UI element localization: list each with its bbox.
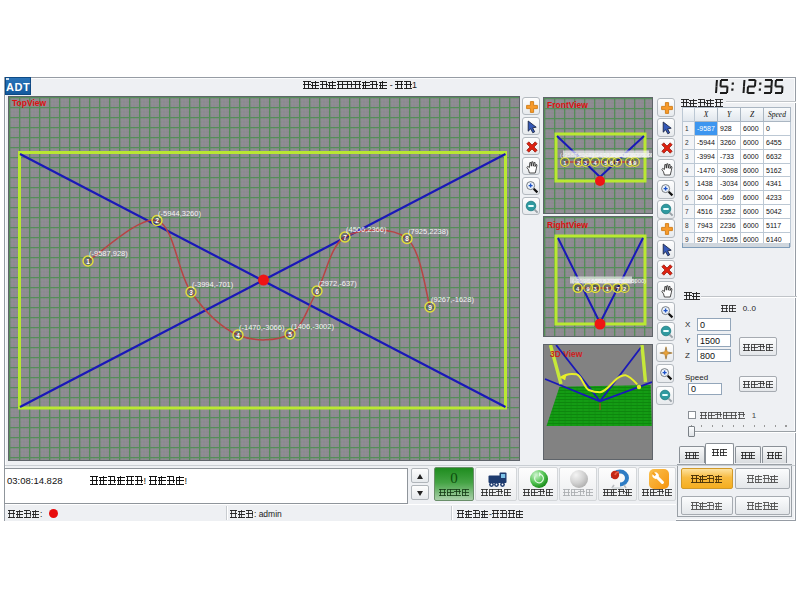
svg-text:9: 9 <box>428 304 432 311</box>
svg-text:6: 6 <box>315 288 319 295</box>
svg-text:7: 7 <box>616 286 619 292</box>
svg-text:(9279,6000): (9279,6000) <box>630 152 652 158</box>
svg-text:(-3994,-701): (-3994,-701) <box>192 280 234 289</box>
svg-text:(2972,-637): (2972,-637) <box>318 279 357 288</box>
svg-text:(4506,2366): (4506,2366) <box>346 225 387 234</box>
svg-text:3: 3 <box>189 289 193 296</box>
svg-text:3D View: 3D View <box>550 349 583 359</box>
svg-text:FrontView: FrontView <box>547 100 588 110</box>
svg-text:(3260,6000): (3260,6000) <box>614 278 646 284</box>
svg-text:(-5944,3260): (-5944,3260) <box>158 209 201 218</box>
svg-text:8: 8 <box>405 235 409 242</box>
svg-text:(-1470,-3066): (-1470,-3066) <box>239 323 285 332</box>
svg-text:1: 1 <box>86 258 90 265</box>
svg-text:TopView: TopView <box>12 98 47 108</box>
svg-text:(9267,-1628): (9267,-1628) <box>431 295 474 304</box>
svg-text:7: 7 <box>616 160 619 166</box>
svg-text:2: 2 <box>623 286 626 292</box>
svg-text:(7925,2238): (7925,2238) <box>408 227 449 236</box>
svg-text:2: 2 <box>577 160 580 166</box>
svg-text:(1406,-3002): (1406,-3002) <box>291 322 334 331</box>
svg-text:(-9587,928): (-9587,928) <box>89 249 128 258</box>
svg-text:RightView: RightView <box>547 220 588 230</box>
svg-text:4: 4 <box>236 332 240 339</box>
svg-text:5: 5 <box>288 331 292 338</box>
svg-text:2: 2 <box>155 217 159 224</box>
svg-text:7: 7 <box>343 234 347 241</box>
